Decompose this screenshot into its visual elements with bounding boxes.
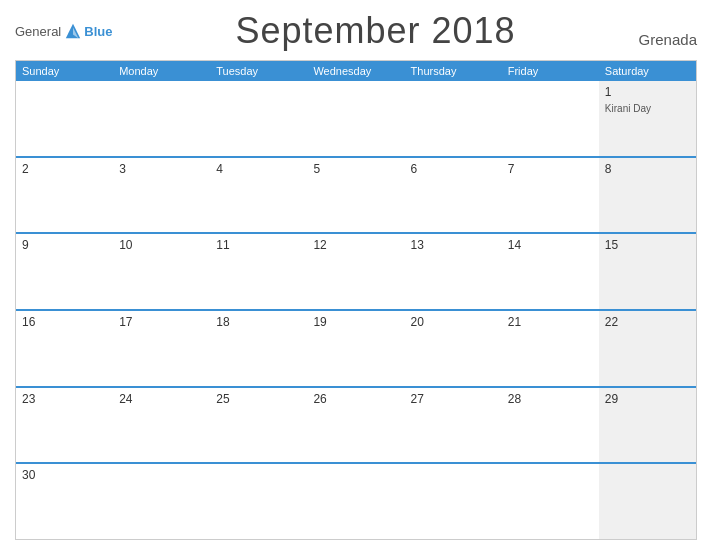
day-number: 21 [508, 315, 593, 329]
week-row-5: 23242526272829 [16, 386, 696, 463]
week-row-2: 2345678 [16, 156, 696, 233]
day-cell: 26 [307, 388, 404, 463]
day-cell: 15 [599, 234, 696, 309]
day-number: 2 [22, 162, 107, 176]
day-cell: 20 [405, 311, 502, 386]
day-cell: 24 [113, 388, 210, 463]
day-number: 14 [508, 238, 593, 252]
day-cell: 8 [599, 158, 696, 233]
day-cell: 3 [113, 158, 210, 233]
day-cell: 6 [405, 158, 502, 233]
day-cell: 4 [210, 158, 307, 233]
day-number: 17 [119, 315, 204, 329]
day-cell: 27 [405, 388, 502, 463]
day-number: 18 [216, 315, 301, 329]
day-cell: 18 [210, 311, 307, 386]
day-number: 10 [119, 238, 204, 252]
day-number: 1 [605, 85, 690, 99]
day-cell: 1Kirani Day [599, 81, 696, 156]
day-number: 19 [313, 315, 398, 329]
day-number: 26 [313, 392, 398, 406]
day-cell: 28 [502, 388, 599, 463]
day-cell [599, 464, 696, 539]
day-cell: 10 [113, 234, 210, 309]
day-cell [210, 464, 307, 539]
day-cell: 9 [16, 234, 113, 309]
day-number: 25 [216, 392, 301, 406]
day-cell [405, 81, 502, 156]
day-number: 27 [411, 392, 496, 406]
day-header-thursday: Thursday [405, 61, 502, 81]
day-number: 8 [605, 162, 690, 176]
day-cell: 19 [307, 311, 404, 386]
day-header-monday: Monday [113, 61, 210, 81]
day-header-tuesday: Tuesday [210, 61, 307, 81]
day-header-sunday: Sunday [16, 61, 113, 81]
day-cell [210, 81, 307, 156]
day-cell: 12 [307, 234, 404, 309]
day-cell [16, 81, 113, 156]
day-cell: 22 [599, 311, 696, 386]
day-cell [113, 81, 210, 156]
day-cell: 25 [210, 388, 307, 463]
day-number: 11 [216, 238, 301, 252]
weeks-container: 1Kirani Day23456789101112131415161718192… [16, 81, 696, 539]
day-cell: 23 [16, 388, 113, 463]
day-number: 9 [22, 238, 107, 252]
day-header-saturday: Saturday [599, 61, 696, 81]
day-number: 5 [313, 162, 398, 176]
day-cell: 21 [502, 311, 599, 386]
day-number: 7 [508, 162, 593, 176]
day-number: 6 [411, 162, 496, 176]
day-number: 22 [605, 315, 690, 329]
day-cell: 11 [210, 234, 307, 309]
day-number: 15 [605, 238, 690, 252]
day-cell: 7 [502, 158, 599, 233]
week-row-4: 16171819202122 [16, 309, 696, 386]
day-cell [502, 81, 599, 156]
logo-icon [64, 22, 82, 40]
day-cell [502, 464, 599, 539]
day-number: 29 [605, 392, 690, 406]
day-cell [405, 464, 502, 539]
day-cell [113, 464, 210, 539]
logo-blue: Blue [84, 24, 112, 39]
day-number: 24 [119, 392, 204, 406]
day-number: 23 [22, 392, 107, 406]
week-row-3: 9101112131415 [16, 232, 696, 309]
day-number: 28 [508, 392, 593, 406]
day-number: 30 [22, 468, 107, 482]
day-cell: 29 [599, 388, 696, 463]
week-row-6: 30 [16, 462, 696, 539]
day-cell: 30 [16, 464, 113, 539]
day-number: 3 [119, 162, 204, 176]
day-header-wednesday: Wednesday [307, 61, 404, 81]
logo-general: General [15, 24, 61, 39]
day-headers-row: SundayMondayTuesdayWednesdayThursdayFrid… [16, 61, 696, 81]
day-cell [307, 81, 404, 156]
day-cell: 2 [16, 158, 113, 233]
day-cell: 5 [307, 158, 404, 233]
logo: General Blue [15, 22, 112, 40]
day-header-friday: Friday [502, 61, 599, 81]
day-number: 20 [411, 315, 496, 329]
day-number: 13 [411, 238, 496, 252]
calendar-header: General Blue September 2018 Grenada [15, 10, 697, 52]
country-name: Grenada [639, 31, 697, 52]
day-number: 12 [313, 238, 398, 252]
day-event: Kirani Day [605, 103, 651, 114]
day-cell: 16 [16, 311, 113, 386]
calendar-title: September 2018 [235, 10, 515, 52]
calendar-grid: SundayMondayTuesdayWednesdayThursdayFrid… [15, 60, 697, 540]
day-number: 4 [216, 162, 301, 176]
day-cell: 14 [502, 234, 599, 309]
week-row-1: 1Kirani Day [16, 81, 696, 156]
day-cell: 17 [113, 311, 210, 386]
day-cell: 13 [405, 234, 502, 309]
calendar-container: General Blue September 2018 Grenada Sund… [0, 0, 712, 550]
day-cell [307, 464, 404, 539]
day-number: 16 [22, 315, 107, 329]
